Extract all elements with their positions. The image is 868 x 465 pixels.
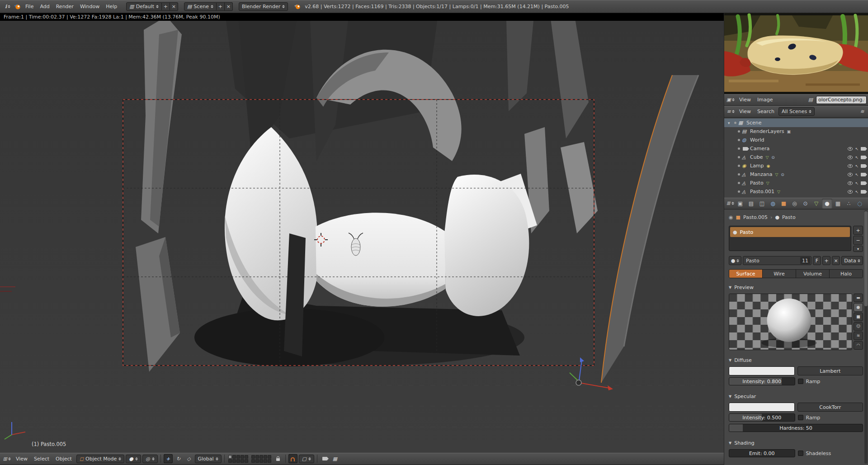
breadcrumb-material[interactable]: Pasto bbox=[782, 214, 796, 220]
tab-world[interactable] bbox=[768, 199, 778, 209]
menu-item[interactable]: Render bbox=[53, 2, 77, 11]
outliner-item[interactable]: Scene bbox=[724, 119, 868, 127]
tab-material[interactable] bbox=[822, 199, 832, 209]
users-count-button[interactable]: 11 bbox=[800, 257, 810, 264]
menu-item[interactable]: View bbox=[736, 95, 754, 104]
tab-render[interactable] bbox=[735, 199, 745, 209]
layer-cell[interactable] bbox=[245, 459, 248, 463]
selectable-cursor-icon[interactable] bbox=[855, 155, 859, 160]
slot-remove-button[interactable]: − bbox=[853, 236, 863, 245]
expand-icon[interactable] bbox=[728, 121, 732, 125]
editor-type-outliner-icon[interactable] bbox=[726, 107, 735, 116]
tab-render-layers[interactable] bbox=[746, 199, 756, 209]
layer-cell[interactable] bbox=[259, 455, 263, 459]
image-name-field[interactable] bbox=[816, 96, 867, 104]
layer-cell[interactable] bbox=[251, 455, 255, 459]
screen-layout-add-button[interactable]: + bbox=[162, 2, 170, 11]
viewport-shading-selector[interactable] bbox=[126, 455, 141, 463]
layers-group-2[interactable] bbox=[251, 455, 271, 463]
tab-physics[interactable] bbox=[854, 199, 865, 209]
tab-object-data[interactable] bbox=[811, 199, 821, 209]
screen-layout-field[interactable]: Default bbox=[126, 2, 162, 11]
preview-monkey-button[interactable] bbox=[854, 322, 863, 331]
preview-cube-button[interactable] bbox=[854, 313, 863, 321]
specular-color-swatch[interactable] bbox=[729, 403, 795, 412]
viewport-3d[interactable]: (1) Pasto.005 bbox=[0, 21, 724, 453]
visibility-eye-icon[interactable] bbox=[848, 147, 853, 151]
render-engine-selector[interactable]: Blender Render bbox=[239, 2, 288, 11]
selectable-cursor-icon[interactable] bbox=[855, 164, 859, 168]
scene-add-button[interactable]: + bbox=[217, 2, 225, 11]
layer-cell[interactable] bbox=[241, 459, 244, 463]
visibility-eye-icon[interactable] bbox=[848, 156, 853, 159]
pivot-selector[interactable] bbox=[142, 455, 158, 463]
screen-layout-close-button[interactable]: × bbox=[170, 2, 178, 11]
diffuse-intensity-slider[interactable]: Intensity: 0.800 bbox=[729, 377, 795, 385]
visibility-eye-icon[interactable] bbox=[848, 190, 853, 194]
layer-cell[interactable] bbox=[236, 455, 240, 459]
outliner-item[interactable]: Pasto bbox=[724, 179, 868, 187]
image-browse-button[interactable] bbox=[806, 95, 815, 104]
editor-type-image-icon[interactable] bbox=[726, 95, 735, 104]
editor-type-3dview-icon[interactable] bbox=[2, 454, 11, 463]
visibility-eye-icon[interactable] bbox=[848, 181, 853, 185]
editor-type-info-icon[interactable] bbox=[3, 2, 12, 11]
filter-icon[interactable] bbox=[858, 107, 867, 116]
layers-group-1[interactable] bbox=[228, 455, 248, 463]
preview-world-button[interactable] bbox=[854, 341, 863, 350]
manipulator-rotate-button[interactable] bbox=[174, 454, 183, 463]
tab-scene[interactable] bbox=[757, 199, 767, 209]
material-type-tab[interactable]: Halo bbox=[830, 270, 863, 278]
opengl-render-button[interactable] bbox=[320, 454, 329, 463]
slot-specials-button[interactable]: ▾ bbox=[853, 246, 863, 252]
tab-particles[interactable] bbox=[844, 199, 854, 209]
layer-cell[interactable] bbox=[259, 459, 263, 463]
preview-sphere-button[interactable] bbox=[854, 303, 863, 312]
material-type-tab[interactable]: Volume bbox=[796, 270, 830, 278]
diffuse-ramp-checkbox[interactable] bbox=[798, 379, 803, 384]
menu-item[interactable]: Object bbox=[52, 455, 75, 463]
scene-close-button[interactable]: × bbox=[225, 2, 233, 11]
menu-item[interactable]: View bbox=[13, 455, 31, 463]
manipulator-scale-button[interactable] bbox=[184, 454, 193, 463]
layer-cell[interactable] bbox=[228, 455, 232, 459]
layer-cell[interactable] bbox=[232, 459, 236, 463]
fake-user-button[interactable]: F bbox=[813, 256, 821, 265]
visibility-eye-icon[interactable] bbox=[848, 164, 853, 168]
pin-icon[interactable] bbox=[729, 215, 733, 220]
menu-item[interactable]: View bbox=[736, 107, 754, 116]
selectable-cursor-icon[interactable] bbox=[855, 181, 859, 185]
layer-cell[interactable] bbox=[236, 459, 240, 463]
tab-modifiers[interactable] bbox=[800, 199, 811, 209]
outliner-item[interactable]: World bbox=[724, 136, 868, 144]
emit-slider[interactable]: Emit: 0.00 bbox=[729, 449, 795, 457]
selectable-cursor-icon[interactable] bbox=[855, 190, 859, 194]
manipulator-translate-button[interactable] bbox=[164, 454, 173, 463]
material-slot-list[interactable]: Pasto bbox=[729, 226, 851, 251]
layer-cell[interactable] bbox=[232, 455, 236, 459]
renderable-camera-icon[interactable] bbox=[861, 173, 866, 176]
editor-type-properties-icon[interactable] bbox=[726, 199, 735, 208]
panel-specular-header[interactable]: Specular bbox=[729, 392, 863, 401]
lock-to-scene-icon[interactable] bbox=[274, 454, 283, 463]
material-type-tab[interactable]: Wire bbox=[763, 270, 796, 278]
renderable-camera-icon[interactable] bbox=[861, 164, 866, 168]
layer-cell[interactable] bbox=[251, 459, 255, 463]
specular-hardness-slider[interactable]: Hardness: 50 bbox=[729, 424, 863, 432]
panel-shading-header[interactable]: Shading bbox=[729, 438, 863, 447]
outliner-item[interactable]: Pasto.001 bbox=[724, 187, 868, 196]
breadcrumb-object[interactable]: Pasto.005 bbox=[743, 214, 768, 220]
layer-cell[interactable] bbox=[268, 459, 271, 463]
link-data-selector[interactable]: Data bbox=[841, 256, 863, 265]
menu-item[interactable]: Image bbox=[754, 95, 776, 104]
renderable-camera-icon[interactable] bbox=[861, 147, 866, 151]
menu-item[interactable]: Select bbox=[31, 455, 52, 463]
scrollbar-thumb[interactable] bbox=[864, 211, 868, 306]
preview-hair-button[interactable] bbox=[854, 332, 863, 340]
menu-item[interactable]: Window bbox=[77, 2, 103, 11]
outliner-item[interactable]: Manzana bbox=[724, 170, 868, 179]
snap-magnet-icon[interactable] bbox=[288, 454, 297, 463]
layer-cell[interactable] bbox=[241, 455, 244, 459]
renderable-camera-icon[interactable] bbox=[861, 190, 866, 194]
preview-flat-button[interactable] bbox=[854, 294, 863, 302]
